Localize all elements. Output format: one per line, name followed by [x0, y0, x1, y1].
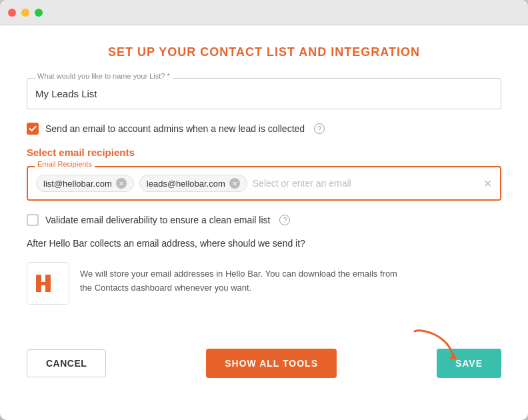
minimize-dot[interactable] — [21, 9, 29, 17]
email-tag-1-text: list@hellobar.com — [43, 179, 112, 189]
maximize-dot[interactable] — [35, 9, 43, 17]
list-name-input[interactable] — [27, 78, 501, 109]
integration-logo — [27, 262, 69, 305]
email-tag-1: list@hellobar.com ✕ — [36, 175, 134, 192]
arrow-icon — [408, 325, 461, 365]
email-tag-2: leads@hellobar.com ✕ — [139, 175, 247, 192]
email-placeholder: Select or enter an email — [253, 178, 478, 189]
email-tag-1-remove[interactable]: ✕ — [116, 178, 127, 189]
email-notify-row: Send an email to account admins when a n… — [27, 123, 501, 135]
email-notify-checkbox[interactable] — [27, 123, 39, 135]
list-name-field-group: What would you like to name your List? * — [27, 78, 501, 109]
integration-description: We will store your email addresses in He… — [80, 262, 397, 295]
cancel-button[interactable]: CANCEL — [27, 349, 106, 377]
email-notify-help-icon[interactable]: ? — [314, 123, 325, 134]
svg-rect-2 — [36, 282, 51, 285]
titlebar — [0, 0, 528, 25]
integration-description-line2: the Contacts dashboard whenever you want… — [80, 283, 251, 293]
email-recipients-label: Email Recipients — [35, 160, 95, 168]
validate-label: Validate email deliverability to ensure … — [45, 215, 270, 225]
page-title: SET UP YOUR CONTACT LIST AND INTEGRATION — [27, 45, 501, 59]
hellobar-logo-icon — [35, 273, 61, 293]
main-content: SET UP YOUR CONTACT LIST AND INTEGRATION… — [0, 25, 528, 338]
validate-checkbox[interactable] — [27, 214, 39, 226]
email-recipients-box[interactable]: list@hellobar.com ✕ leads@hellobar.com ✕… — [27, 166, 501, 201]
footer: CANCEL SHOW ALL TOOLS SAVE — [0, 338, 528, 398]
svg-marker-3 — [449, 353, 457, 359]
list-name-label: What would you like to name your List? * — [35, 72, 173, 80]
recipients-clear-icon[interactable]: ✕ — [483, 177, 492, 190]
validate-help-icon[interactable]: ? — [279, 215, 290, 225]
close-dot[interactable] — [8, 9, 16, 17]
email-tag-2-text: leads@hellobar.com — [147, 179, 225, 189]
integration-card: We will store your email addresses in He… — [27, 262, 501, 305]
email-recipients-wrapper: Email Recipients list@hellobar.com ✕ lea… — [27, 166, 501, 201]
email-notify-label: Send an email to account admins when a n… — [45, 123, 305, 134]
integration-description-line1: We will store your email addresses in He… — [80, 269, 397, 279]
arrow-container — [408, 325, 461, 367]
email-recipients-section-title: Select email recipients — [27, 147, 501, 158]
show-all-tools-button[interactable]: SHOW ALL TOOLS — [206, 349, 337, 378]
validate-checkbox-row: Validate email deliverability to ensure … — [27, 214, 501, 226]
email-tag-2-remove[interactable]: ✕ — [229, 178, 240, 189]
after-collect-text: After Hello Bar collects an email addres… — [27, 238, 501, 249]
app-window: SET UP YOUR CONTACT LIST AND INTEGRATION… — [0, 0, 528, 420]
